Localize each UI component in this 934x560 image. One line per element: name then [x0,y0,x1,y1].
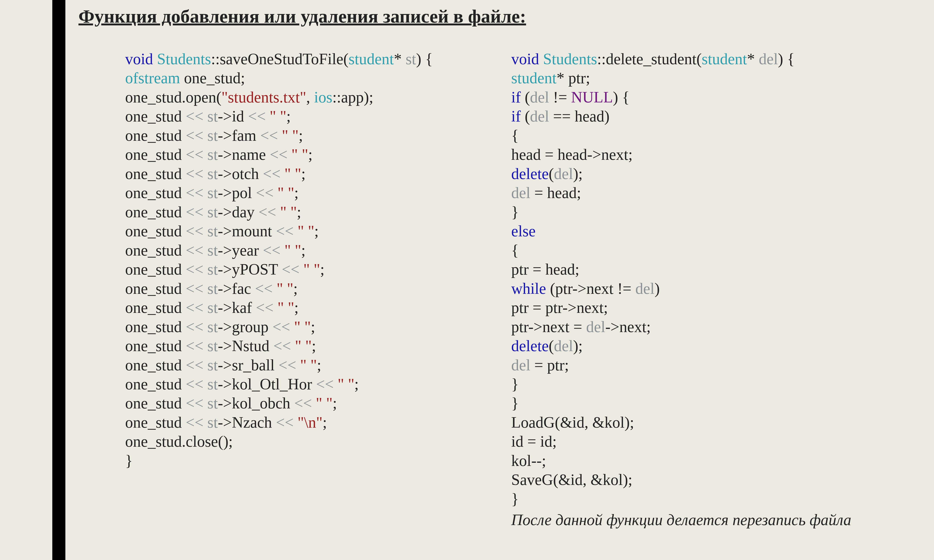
code-token: { [511,242,519,259]
code-token: << st [186,222,218,240]
code-token: one_stud.open( [125,88,222,106]
code-right-line: { [511,241,851,260]
code-token: del [586,318,606,335]
code-token [296,356,300,374]
code-token: one_stud [125,222,186,240]
code-left-line: one_stud << st->day << " "; [125,203,433,222]
code-token: << [276,414,294,431]
code-token: ; [311,318,315,335]
code-token: ptr->next = [511,318,586,335]
code-token: ->year [218,242,263,259]
code-token: << st [186,394,218,412]
code-token [278,127,282,144]
code-token: << st [186,261,218,278]
code-token: << st [186,146,218,163]
code-token: << st [186,184,218,202]
code-token: " " [277,280,293,297]
code-token: student [348,50,394,68]
code-token: " " [285,242,301,259]
code-token: } [511,490,519,508]
code-left-line: one_stud << st->Nzach << "\n"; [125,413,433,432]
code-right-line: if (del != NULL) { [511,88,851,107]
code-token: one_stud.close(); [125,433,233,450]
code-left-line: ofstream one_stud; [125,69,433,88]
code-token: " " [304,261,320,278]
code-token: ) { [613,88,629,106]
code-token: ->next; [605,318,650,335]
code-right-line: while (ptr->next != del) [511,279,851,298]
code-right-line: SaveG(&id, &kol); [511,470,851,489]
code-token: << st [186,165,218,182]
code-token [273,280,277,297]
code-token: SaveG(&id, &kol); [511,471,632,488]
code-token: ->kol_Otl_Hor [218,375,316,393]
code-token: del [530,108,549,125]
code-token: ; [294,184,299,202]
code-token: ::delete_student( [597,50,701,68]
code-left-line: void Students::saveOneStudToFile(student… [125,49,433,69]
code-left-line: one_stud << st->fac << " "; [125,279,433,298]
code-token [294,414,297,431]
content-area: Функция добавления или удаления записей … [79,6,934,529]
code-token: ; [299,127,303,144]
code-token: ; [308,146,313,163]
code-token: ) { [778,50,795,68]
code-left-line: one_stud << st->kol_obch << " "; [125,394,433,413]
code-left-line: one_stud << st->sr_ball << " "; [125,355,433,375]
code-token: " " [282,127,299,144]
code-left-line: one_stud << st->name << " "; [125,145,433,164]
code-token: ; [320,261,324,278]
code-left-line: one_stud << st->year << " "; [125,241,433,260]
code-columns: void Students::saveOneStudToFile(student… [79,49,934,529]
code-token: one_stud [125,165,186,182]
code-token: del [530,88,549,106]
code-token: " " [316,394,333,412]
code-left-line: one_stud << st->otch << " "; [125,164,433,183]
code-token: ptr = head; [511,261,580,278]
code-token [266,108,270,125]
code-token: ; [297,203,301,221]
code-token [294,222,297,240]
code-token: == head) [549,108,610,125]
code-token: ->yPOST [218,261,282,278]
code-token: << st [186,299,218,316]
code-token: del [635,280,655,297]
code-token: * ptr; [556,69,590,87]
code-token: << st [186,318,218,335]
code-left-line: one_stud << st->fam << " "; [125,126,433,145]
code-token: else [511,222,536,240]
code-token: " " [291,146,308,163]
code-token: ( [549,337,554,354]
code-token: << st [186,356,218,374]
code-token: one_stud [125,261,186,278]
code-right-line: else [511,222,851,241]
code-token: " " [295,337,312,354]
code-token: one_stud [125,108,186,125]
code-token: one_stud [125,127,186,144]
code-token: one_stud; [184,69,245,87]
code-left-line: one_stud << st->yPOST << " "; [125,260,433,279]
code-token: ; [311,337,316,354]
code-token: " " [285,165,301,182]
code-right-line: } [511,203,851,222]
code-token: << [263,165,281,182]
code-token: " " [277,299,294,316]
code-right-line: head = head->next; [511,145,851,164]
code-token: del [511,184,530,202]
code-left-line: one_stud << st->kaf << " "; [125,298,433,317]
code-token: Students [543,50,597,68]
code-token: " " [277,184,294,202]
code-token: << [256,184,274,202]
code-token: << [259,203,276,221]
code-token: << st [186,108,218,125]
code-token: << [263,242,281,259]
code-token: ptr = ptr->next; [511,299,608,316]
code-token: ; [354,375,359,393]
code-token: "\n" [297,414,323,431]
code-token: id = id; [511,433,557,450]
code-token [273,299,277,316]
code-token: delete [511,337,549,354]
code-token: << st [186,375,218,393]
code-token: << [282,261,299,278]
code-token: del [554,337,573,354]
